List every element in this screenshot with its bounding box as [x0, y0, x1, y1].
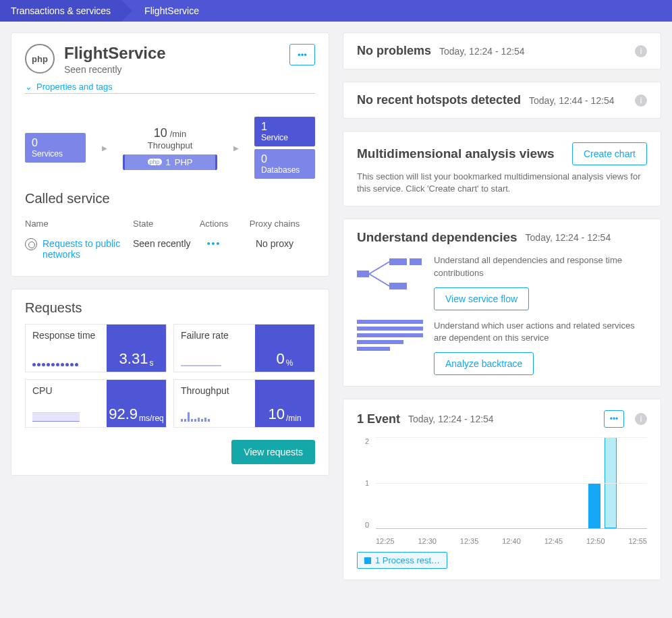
outgoing-services-box[interactable]: 1 Service: [254, 117, 315, 146]
php-service-bar[interactable]: php 1 PHP: [123, 154, 217, 170]
called-actions-button[interactable]: •••: [194, 238, 234, 249]
svg-rect-3: [389, 283, 407, 289]
more-actions-button[interactable]: •••: [289, 44, 315, 65]
chevron-down-icon: ⌄: [25, 82, 32, 92]
sparkline-icon: [32, 354, 100, 366]
breadcrumb-root[interactable]: Transactions & services: [0, 0, 121, 22]
php-badge-icon: php: [148, 159, 162, 165]
events-chart[interactable]: 210 12:2512:3012:3512:4012:4512:5012:55: [357, 437, 647, 545]
arrow-right-icon: ▶: [233, 144, 239, 152]
service-flow-diagram: 0 Services ▶ 10 /min Throughput php 1 PH…: [25, 117, 315, 179]
create-chart-button[interactable]: Create chart: [572, 142, 647, 165]
svg-rect-2: [410, 258, 422, 265]
php-icon: php: [25, 44, 55, 74]
info-icon[interactable]: i: [635, 413, 647, 425]
cpu-metric[interactable]: CPU 92.9ms/req: [25, 379, 167, 428]
chart-bar: [588, 483, 600, 529]
legend-color-icon: [364, 557, 371, 564]
breadcrumb-current[interactable]: FlightService: [134, 0, 210, 22]
seen-status: Seen recently: [64, 64, 166, 75]
backtrace-icon: [357, 320, 423, 359]
events-card: 1 Event Today, 12:24 - 12:54 ••• i 210 1…: [343, 399, 661, 580]
svg-rect-0: [357, 271, 369, 277]
requests-heading: Requests: [25, 300, 315, 316]
sparkline-icon: [32, 410, 100, 422]
svg-rect-1: [389, 258, 407, 265]
hotspots-card[interactable]: No recent hotspots detected Today, 12:44…: [343, 82, 661, 119]
outgoing-databases-box[interactable]: 0 Databases: [254, 149, 315, 179]
called-service-heading: Called service: [25, 191, 315, 206]
sparkline-icon: [181, 354, 248, 366]
dependencies-card: Understand dependencies Today, 12:24 - 1…: [343, 219, 661, 387]
globe-icon: [25, 238, 37, 250]
properties-tags-toggle[interactable]: ⌄ Properties and tags: [25, 82, 315, 94]
events-more-button[interactable]: •••: [604, 410, 624, 428]
service-flow-icon: [357, 254, 423, 293]
service-overview-card: php FlightService Seen recently ••• ⌄ Pr…: [11, 32, 329, 277]
view-requests-button[interactable]: View requests: [231, 440, 315, 464]
called-service-link[interactable]: Requests to public networks: [43, 238, 133, 260]
page-title: FlightService: [64, 44, 166, 63]
throughput-metric[interactable]: Throughput 10/min: [173, 379, 315, 428]
arrow-right-icon: ▶: [102, 144, 107, 152]
mda-card: Multidimensional analysis views Create c…: [343, 131, 661, 206]
info-icon[interactable]: i: [635, 45, 647, 57]
events-legend-chip[interactable]: 1 Process rest…: [357, 552, 447, 569]
sparkline-icon: [181, 410, 248, 422]
analyze-backtrace-button[interactable]: Analyze backtrace: [434, 352, 534, 375]
response-time-metric[interactable]: Response time 3.31s: [25, 324, 167, 372]
called-table-header: Name State Actions Proxy chains: [25, 215, 315, 233]
problems-card[interactable]: No problems Today, 12:24 - 12:54 i: [343, 32, 661, 69]
view-service-flow-button[interactable]: View service flow: [434, 287, 529, 310]
incoming-services-box[interactable]: 0 Services: [25, 133, 86, 163]
called-proxy: No proxy: [234, 238, 315, 249]
failure-rate-metric[interactable]: Failure rate 0%: [173, 324, 315, 372]
throughput-center: 10 /min Throughput php 1 PHP: [123, 126, 217, 170]
called-state: Seen recently: [133, 238, 194, 249]
info-icon[interactable]: i: [635, 94, 647, 107]
requests-card: Requests Response time 3.31s Failure rat…: [11, 289, 329, 476]
breadcrumb: Transactions & services FlightService: [0, 0, 672, 22]
mda-description: This section will list your bookmarked m…: [357, 171, 647, 195]
called-service-row: Requests to public networks Seen recentl…: [25, 233, 315, 265]
